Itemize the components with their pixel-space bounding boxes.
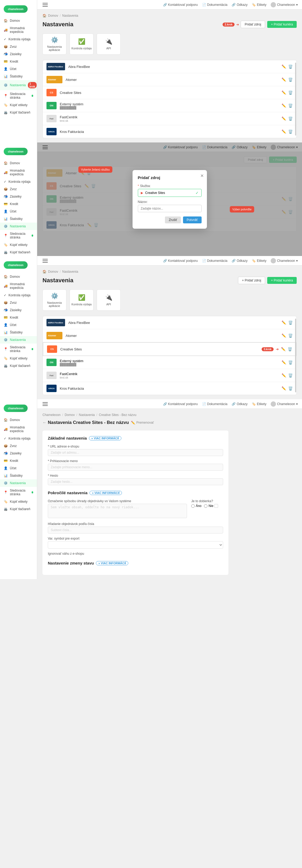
login-input[interactable] [48, 464, 223, 471]
hamburger-3[interactable] [42, 257, 49, 265]
delete-icon[interactable]: 🗑️ [288, 320, 293, 325]
support-4[interactable]: 🔗Kontaktovať podporu [163, 402, 198, 406]
docs-link[interactable]: 📄 Dokumentácia [202, 3, 228, 7]
s4-tracking[interactable]: 📍Sledovacia stránka [0, 487, 37, 498]
s2-etikety[interactable]: 🏷️Kúpiť etikety [0, 241, 37, 249]
sidebar-item-ucet[interactable]: 👤 Účet [0, 65, 37, 73]
support-3[interactable]: 🔗Kontaktovať podporu [163, 259, 198, 262]
s2-zvoz[interactable]: 📦Zvoz [0, 185, 37, 193]
delete-icon[interactable]: 🗑️ [288, 373, 293, 377]
radio-ano[interactable]: Áno [191, 504, 201, 508]
s2-zasielky[interactable]: 📬Zásielky [0, 193, 37, 200]
rename-label[interactable]: Premenovať [136, 421, 154, 425]
s4-zasielky[interactable]: 📬Zásielky [0, 450, 37, 457]
sidebar-item-domov[interactable]: 🏠 Domov [0, 17, 37, 24]
card-app-3[interactable]: ⚙️ Nastavenia aplikácie [43, 289, 66, 311]
more-info-advanced[interactable]: » VIAC INFORMÁCIÍ [89, 491, 122, 495]
radio-nie-input[interactable] [204, 504, 208, 508]
s3-kredit[interactable]: 💳Kredit [0, 314, 37, 321]
s2-nastavenia[interactable]: ⚙️Nastavenia [0, 223, 37, 230]
s3-ucet[interactable]: 👤Účet [0, 321, 37, 329]
s2-ucet[interactable]: 👤Účet [0, 208, 37, 215]
edit-icon[interactable]: ✏️ [281, 386, 286, 391]
delete-icon[interactable]: 🗑️ [288, 117, 293, 121]
sidebar-item-zvoz[interactable]: 📦 Zvoz [0, 43, 37, 51]
service-select[interactable]: ▶ Creative Sites ✓ [138, 189, 201, 197]
s4-kontrola[interactable]: ✓Kontrola výdaja [0, 435, 37, 442]
password-input[interactable] [48, 478, 223, 485]
links-3[interactable]: 🔗Odkazy [231, 259, 248, 262]
s3-zvoz[interactable]: 📦Zvoz [0, 299, 37, 306]
s4-kredit[interactable]: 💳Kredit [0, 457, 37, 465]
labels-link[interactable]: 🏷️ Etikety [252, 3, 267, 7]
delete-icon[interactable]: 🗑️ [288, 103, 293, 108]
edit-icon[interactable]: ✏️ [281, 347, 285, 351]
user-menu[interactable]: Chameleoon ▾ [271, 2, 298, 7]
s2-tracking[interactable]: 📍Sledovacia stránka [0, 230, 37, 241]
s4-statistiky[interactable]: 📊Štatistiky [0, 472, 37, 479]
edit-icon[interactable]: ✏️ [281, 117, 286, 121]
docs-3[interactable]: 📄Dokumentácia [202, 259, 228, 262]
edit-icon[interactable]: ✏️ [281, 90, 286, 95]
s3-nastavenia[interactable]: ⚙️Nastavenia [0, 336, 37, 344]
edit-icon[interactable]: ✏️ [281, 64, 286, 69]
breadcrumb-nastavenia-4[interactable]: Nastavenia [79, 413, 95, 417]
sidebar-item-tracking[interactable]: 📍 Sledovacia stránka [0, 90, 37, 101]
edit-icon[interactable]: ✏️ [281, 334, 286, 338]
sidebar-item-kredit[interactable]: 💳 Kredit [0, 58, 37, 65]
sidebar-item-nastavenia[interactable]: ⚙️ Nastavenia 1 krok [0, 80, 37, 90]
add-courier-button[interactable]: + Pridať kuriéra [267, 21, 297, 28]
edit-icon[interactable]: ✏️ [281, 103, 286, 108]
delete-icon[interactable]: 🗑️ [288, 78, 293, 82]
name-input[interactable] [138, 205, 201, 212]
s3-zasielky[interactable]: 📬Zásielky [0, 306, 37, 314]
s3-kontrola[interactable]: ✓Kontrola výdaja [0, 291, 37, 299]
more-info-basic[interactable]: » VIAC INFORMÁCIÍ [89, 436, 121, 440]
sidebar-item-tlaciarek[interactable]: 🖨️ Kúpiť tlačiareň [0, 109, 37, 116]
settings-card-app[interactable]: ⚙️ Nastavenia aplikácie [43, 33, 66, 55]
settings-card-kontrola[interactable]: ✅ Kontrola výdaja [70, 33, 93, 55]
labels-3[interactable]: 🏷️Etikety [252, 259, 267, 262]
s3-tlaciarek[interactable]: 🖨️Kúpiť tlačiareň [0, 362, 37, 370]
hamburger-button[interactable] [42, 1, 49, 8]
add-source-button[interactable]: Pridať zdroj [241, 21, 265, 28]
radio-nie[interactable]: Nie [204, 504, 218, 508]
breadcrumb-chameleoon[interactable]: Chameleoon [43, 413, 60, 417]
s2-expedition[interactable]: 🚚Hromadná expedícia [0, 167, 37, 178]
var-symbol-select[interactable] [48, 541, 223, 549]
s4-domov[interactable]: 🏠Domov [0, 416, 37, 424]
s2-kontrola[interactable]: ✓Kontrola výdaja [0, 178, 37, 185]
s2-kredit[interactable]: 💳Kredit [0, 200, 37, 208]
s4-tlaciarek[interactable]: 🖨️Kúpiť tlačiareň [0, 505, 37, 513]
delete-icon[interactable]: 🗑️ [288, 334, 293, 338]
sidebar-item-kontrola[interactable]: ✓ Kontrola výdaja [0, 35, 37, 43]
modal-close-button[interactable]: ✕ [200, 173, 204, 178]
url-input[interactable] [48, 449, 223, 456]
s4-ucet[interactable]: 👤Účet [0, 465, 37, 472]
sidebar-item-expedition[interactable]: 🚚 Hromadná expedícia [0, 24, 37, 35]
delete-icon[interactable]: 🗑️ [288, 64, 293, 69]
breadcrumb-domov-3[interactable]: Domov [48, 270, 58, 274]
delete-icon[interactable]: 🗑️ [288, 386, 293, 391]
confirm-button[interactable]: Potvrdiť [183, 216, 201, 223]
s4-nastavenia[interactable]: ⚙️Nastavenia [0, 479, 37, 487]
delete-icon[interactable]: 🗑️ [288, 90, 293, 95]
delete-icon[interactable]: 🗑️ [288, 360, 293, 365]
labels-4[interactable]: 🏷️Etikety [252, 402, 267, 406]
s4-zvoz[interactable]: 📦Zvoz [0, 442, 37, 450]
docs-4[interactable]: 📄Dokumentácia [202, 402, 228, 406]
edit-icon[interactable]: ✏️ [281, 78, 286, 82]
s4-etikety[interactable]: 🏷️Kúpiť etikety [0, 498, 37, 505]
s3-expedition[interactable]: 🚚Hromadná expedícia [0, 280, 37, 291]
rename-icon[interactable]: ✏️ [131, 421, 135, 425]
search-order-input[interactable] [48, 527, 223, 533]
s3-tracking[interactable]: 📍Sledovacia stránka [0, 344, 37, 355]
sidebar-item-zasielky[interactable]: 📬 Zásielky [0, 51, 37, 58]
edit-icon[interactable]: ✏️ [281, 129, 286, 134]
settings-card-api[interactable]: 🔌 API [97, 33, 120, 55]
card-kontrola-3[interactable]: ✅ Kontrola výdaja [70, 289, 93, 311]
s3-statistiky[interactable]: 📊Štatistiky [0, 329, 37, 336]
sidebar-item-statistiky[interactable]: 📊 Štatistiky [0, 73, 37, 80]
delete-icon[interactable]: 🗑️ [287, 347, 292, 351]
links-link[interactable]: 🔗 Odkazy [231, 3, 248, 7]
